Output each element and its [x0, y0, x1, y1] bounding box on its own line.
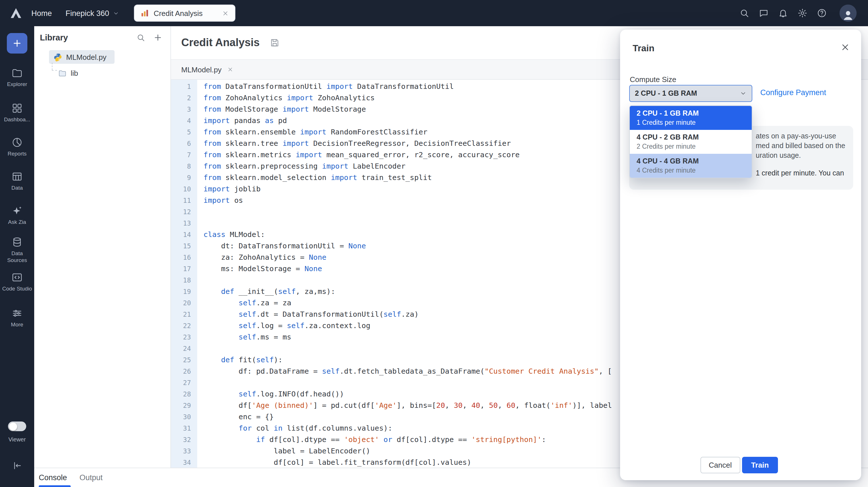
sidebar-item-explorer[interactable]: Explorer [0, 67, 34, 88]
cancel-button[interactable]: Cancel [700, 457, 740, 473]
compute-size-select[interactable]: 2 CPU - 1 GB RAM [629, 85, 752, 102]
page-title: Credit Analysis [181, 36, 259, 49]
code-text: class MLModel: [197, 229, 265, 240]
code-text: from ZohoAnalytics import ZohoAnalytics [197, 92, 375, 104]
library-search-icon[interactable] [136, 33, 145, 42]
zia-icon [11, 205, 23, 217]
user-avatar[interactable] [839, 5, 857, 22]
sidebar-item-label: Data Sources [1, 250, 33, 263]
sidebar-item-reports[interactable]: Reports [0, 137, 34, 157]
line-number: 24 [171, 343, 197, 354]
pricing-info-text: ates on a pay-as-you-use [756, 132, 836, 140]
library-item-label: lib [71, 69, 78, 77]
pricing-info-text: 1 credit per minute. You can [756, 169, 844, 177]
sidebar-item-data[interactable]: Data [0, 171, 34, 191]
topbar-actions [739, 5, 868, 22]
pie-icon [11, 137, 23, 148]
folder-icon [11, 67, 23, 78]
library-item-lib[interactable]: lib [55, 66, 83, 80]
library-tree: MLModel.pylib [34, 49, 170, 80]
sidebar-item-label: More [11, 321, 23, 328]
configure-payment-link[interactable]: Configure Payment [760, 88, 826, 97]
nav-home[interactable]: Home [31, 9, 52, 18]
workspace-switcher[interactable]: Finepick 360 [66, 9, 119, 18]
option-name: 4 CPU - 2 GB RAM [637, 133, 745, 141]
library-item-mlmodel-py[interactable]: MLModel.py [49, 50, 115, 64]
sidebar-item-ask-zia[interactable]: Ask Zia [0, 205, 34, 225]
line-number: 15 [171, 240, 197, 252]
editor-tab-label: MLModel.py [181, 65, 222, 74]
collapse-sidebar-icon[interactable] [11, 460, 22, 471]
code-text: self.log = self.za.context.log [197, 320, 370, 331]
open-tab-credit-analysis[interactable]: Credit Analysis [134, 5, 235, 22]
line-number: 11 [171, 195, 197, 206]
compute-option-2[interactable]: 4 CPU - 2 GB RAM2 Credits per minute [630, 130, 752, 154]
option-subtitle: 4 Credits per minute [637, 167, 745, 174]
folder-icon [58, 69, 67, 77]
option-subtitle: 1 Credits per minute [637, 119, 745, 126]
code-text: def __init__(self, za,ms): [197, 286, 335, 297]
code-text: from DataTransformationUtil import DataT… [197, 81, 454, 92]
code-text: self.za = za [197, 297, 291, 309]
create-new-button[interactable] [7, 33, 27, 54]
tree-guide-line [52, 63, 53, 70]
sidebar-item-code-studio[interactable]: Code Studio [0, 272, 34, 292]
library-header: Library [34, 26, 170, 49]
code-text: def fit(self): [197, 354, 282, 366]
code-text: from sklearn.tree import DecisionTreeReg… [197, 138, 511, 149]
sidebar-item-label: Dashboa... [4, 116, 30, 123]
editor-tab-mlmodel[interactable]: MLModel.py [181, 65, 233, 74]
compute-size-label: Compute Size [630, 75, 676, 84]
python-file-icon [54, 53, 62, 61]
viewer-toggle[interactable] [8, 422, 26, 431]
line-number: 18 [171, 274, 197, 286]
chevron-down-icon [113, 10, 119, 16]
close-editor-tab-icon[interactable] [227, 67, 233, 72]
line-number: 7 [171, 149, 197, 161]
help-icon[interactable] [817, 8, 827, 18]
line-number: 21 [171, 309, 197, 320]
code-text: import pandas as pd [197, 115, 287, 126]
comments-icon[interactable] [758, 8, 769, 18]
code-text [197, 218, 204, 229]
code-text: self.ms = ms [197, 331, 291, 343]
line-number: 30 [171, 411, 197, 423]
console-tab-output[interactable]: Output [80, 473, 102, 482]
compute-option-3[interactable]: 4 CPU - 4 GB RAM4 Credits per minute [630, 154, 752, 178]
settings-icon[interactable] [797, 8, 808, 18]
line-number: 8 [171, 161, 197, 172]
line-number: 2 [171, 92, 197, 104]
search-icon[interactable] [739, 8, 749, 18]
library-add-icon[interactable] [153, 33, 162, 42]
line-number: 6 [171, 138, 197, 149]
notifications-icon[interactable] [778, 8, 788, 18]
code-text: self.log.INFO(df.head()) [197, 388, 344, 400]
library-title: Library [40, 33, 68, 42]
library-panel: Library MLModel.pylib [34, 26, 171, 467]
line-number: 25 [171, 354, 197, 366]
line-number: 33 [171, 446, 197, 457]
code-text: import os [197, 195, 243, 206]
sidebar-item-data-sources[interactable]: Data Sources [0, 236, 34, 263]
sidebar: ExplorerDashboa...ReportsDataAsk ZiaData… [0, 26, 34, 487]
code-text: self.dt = DataTransformationUtil(self.za… [197, 309, 418, 320]
close-panel-icon[interactable] [841, 43, 850, 52]
sidebar-item-more[interactable]: More [0, 307, 34, 328]
code-text: ms: ModelStorage = None [197, 263, 322, 274]
line-number: 32 [171, 434, 197, 446]
topbar: Home Finepick 360 Credit Analysis [0, 0, 868, 26]
train-button[interactable]: Train [742, 457, 778, 473]
compute-option-1[interactable]: 2 CPU - 1 GB RAM1 Credits per minute [630, 106, 752, 130]
option-name: 2 CPU - 1 GB RAM [637, 109, 745, 117]
sidebar-item-dashboards[interactable]: Dashboa... [0, 102, 34, 123]
line-number: 19 [171, 286, 197, 297]
app-logo[interactable] [8, 6, 23, 21]
close-tab-icon[interactable] [222, 10, 228, 16]
code-text: from sklearn.ensemble import RandomFores… [197, 126, 428, 138]
code-text: enc = {} [197, 411, 274, 423]
compute-size-value: 2 CPU - 1 GB RAM [635, 90, 697, 97]
option-name: 4 CPU - 4 GB RAM [637, 157, 745, 165]
code-text: label = LabelEncoder() [197, 446, 370, 457]
console-tab-console[interactable]: Console [39, 473, 67, 482]
save-button[interactable] [269, 38, 280, 48]
